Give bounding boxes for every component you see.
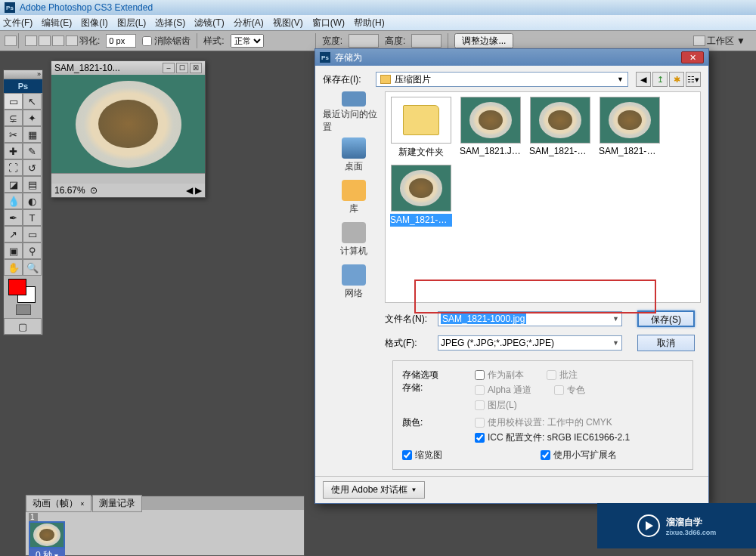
dialog-titlebar[interactable]: Ps 存储为 ✕: [315, 49, 708, 66]
app-title: Adobe Photoshop CS3 Extended: [20, 2, 153, 13]
feather-input[interactable]: [106, 34, 136, 48]
sel-add-icon[interactable]: [39, 36, 51, 46]
format-combo[interactable]: JPEG (*.JPG;*.JPEG;*.JPE) ▼: [438, 335, 622, 351]
menu-select[interactable]: 选择(S): [155, 17, 185, 29]
ps-icon: Ps: [5, 2, 15, 13]
brush-tool[interactable]: ✎: [23, 143, 42, 159]
hand-tool[interactable]: ✋: [4, 259, 23, 276]
place-desktop[interactable]: 桌面: [323, 134, 385, 176]
gradient-tool[interactable]: ▤: [23, 176, 42, 193]
document-canvas[interactable]: [51, 75, 205, 173]
color-swatches[interactable]: [4, 276, 42, 301]
place-network[interactable]: 网络: [323, 261, 385, 303]
tab-measure[interactable]: 测量记录: [92, 495, 142, 512]
file-item[interactable]: SAM_1821-100...: [529, 97, 591, 159]
play-icon: [637, 514, 660, 537]
sel-new-icon[interactable]: [25, 36, 37, 46]
dialog-title: 存储为: [335, 51, 362, 64]
place-recent[interactable]: 最近访问的位置: [323, 91, 385, 134]
eraser-tool[interactable]: ◪: [4, 176, 23, 193]
heal-tool[interactable]: ✚: [4, 143, 23, 159]
menu-view[interactable]: 视图(V): [273, 17, 303, 29]
menu-analysis[interactable]: 分析(A): [234, 17, 264, 29]
file-item[interactable]: SAM_1821-低.jpg: [390, 165, 452, 227]
file-item[interactable]: 新建文件夹: [390, 97, 452, 159]
marquee-options-icon[interactable]: [5, 36, 17, 46]
crop-tool[interactable]: ✂: [4, 126, 23, 143]
back-btn[interactable]: ◀: [636, 72, 651, 87]
cancel-button[interactable]: 取消: [637, 335, 695, 351]
menu-filter[interactable]: 滤镜(T): [194, 17, 224, 29]
notes-tool[interactable]: ▣: [4, 242, 23, 259]
height-label: 高度:: [385, 35, 405, 48]
dodge-tool[interactable]: ◐: [23, 193, 42, 209]
menu-help[interactable]: 帮助(H): [354, 17, 385, 29]
zoom-tool[interactable]: 🔍: [23, 259, 42, 276]
filename-label: 文件名(N):: [385, 313, 438, 326]
type-tool[interactable]: T: [23, 209, 42, 226]
refine-edge-button[interactable]: 调整边缘...: [454, 33, 513, 48]
up-btn[interactable]: ↥: [652, 72, 668, 87]
ps-icon: Ps: [320, 52, 330, 63]
width-input[interactable]: [349, 34, 379, 48]
viewmenu-btn[interactable]: ☷▾: [686, 72, 701, 87]
blur-tool[interactable]: 💧: [4, 193, 23, 209]
screenmode-btn[interactable]: ▢: [4, 318, 42, 335]
menu-file[interactable]: 文件(F): [3, 17, 33, 29]
antialias-check[interactable]: 消除锯齿: [142, 35, 191, 48]
opt-alpha: Alpha 通道: [475, 384, 531, 397]
newfolder-btn[interactable]: ✱: [669, 72, 684, 87]
marquee-tool[interactable]: ▭: [4, 93, 23, 110]
stamp-tool[interactable]: ⛶: [4, 159, 23, 176]
doc-maximize-btn[interactable]: ☐: [176, 63, 188, 73]
place-library[interactable]: 库: [323, 176, 385, 218]
doc-close-btn[interactable]: ☒: [190, 63, 202, 73]
frame-1[interactable]: 1 0 秒 ▾: [29, 513, 71, 552]
lasso-tool[interactable]: ⊊: [4, 110, 23, 126]
opt-lowerext[interactable]: 使用小写扩展名: [541, 449, 617, 462]
sel-sub-icon[interactable]: [52, 36, 64, 46]
path-tool[interactable]: ↗: [4, 226, 23, 242]
filename-combo[interactable]: SAM_1821-1000.jpg ▼: [438, 311, 622, 326]
sel-int-icon[interactable]: [66, 36, 78, 46]
height-input[interactable]: [411, 34, 442, 48]
dialog-close-btn[interactable]: ✕: [681, 51, 704, 63]
frame-thumb: [33, 524, 60, 546]
place-computer[interactable]: 计算机: [323, 218, 385, 261]
history-brush-tool[interactable]: ↺: [23, 159, 42, 176]
slice-tool[interactable]: ▦: [23, 126, 42, 143]
lookin-label: 保存在(I):: [323, 73, 376, 86]
filename-value[interactable]: SAM_1821-1000.jpg: [441, 314, 526, 324]
menu-image[interactable]: 图像(I): [81, 17, 107, 29]
move-tool[interactable]: ↖: [23, 93, 42, 110]
style-select[interactable]: 正常: [231, 34, 264, 48]
eyedropper-tool[interactable]: ⚲: [23, 242, 42, 259]
pen-tool[interactable]: ✒: [4, 209, 23, 226]
format-label: 格式(F):: [385, 337, 438, 350]
opt-ascopy[interactable]: 作为副本: [475, 369, 524, 381]
file-list[interactable]: 新建文件夹 SAM_1821.JPG SAM_1821-100... SAM_1…: [385, 91, 701, 303]
doc-minimize-btn[interactable]: –: [163, 63, 175, 73]
style-label: 样式:: [203, 35, 224, 48]
opt-thumb[interactable]: 缩览图: [402, 449, 442, 462]
bridge-icon[interactable]: [693, 36, 705, 46]
wand-tool[interactable]: ✦: [23, 110, 42, 126]
format-value: JPEG (*.JPG;*.JPEG;*.JPE): [441, 338, 554, 348]
tab-animation[interactable]: 动画（帧） ×: [26, 495, 91, 512]
menu-layer[interactable]: 图层(L): [117, 17, 147, 29]
frame-duration[interactable]: 0 秒 ▾: [29, 548, 65, 556]
menu-window[interactable]: 窗口(W): [312, 17, 345, 29]
doc-scroll-h[interactable]: [51, 173, 205, 184]
file-item[interactable]: SAM_1821.JPG: [460, 97, 522, 159]
lookin-combo[interactable]: 压缩图片 ▼: [376, 72, 628, 87]
zoom-level[interactable]: 16.67%: [54, 185, 85, 196]
foreground-color[interactable]: [8, 279, 26, 295]
opt-icc[interactable]: ICC 配置文件: sRGB IEC61966-2.1: [475, 431, 630, 444]
workspace-menu[interactable]: 工作区 ▼: [707, 35, 745, 48]
save-button[interactable]: 保存(S): [637, 310, 695, 327]
shape-tool[interactable]: ▭: [23, 226, 42, 242]
file-item[interactable]: SAM_1821-WE...: [599, 97, 661, 159]
use-adobe-dialog-btn[interactable]: 使用 Adobe 对话框▼: [323, 481, 425, 499]
menu-edit[interactable]: 编辑(E): [42, 17, 72, 29]
quickmask-toggle[interactable]: [4, 301, 42, 318]
